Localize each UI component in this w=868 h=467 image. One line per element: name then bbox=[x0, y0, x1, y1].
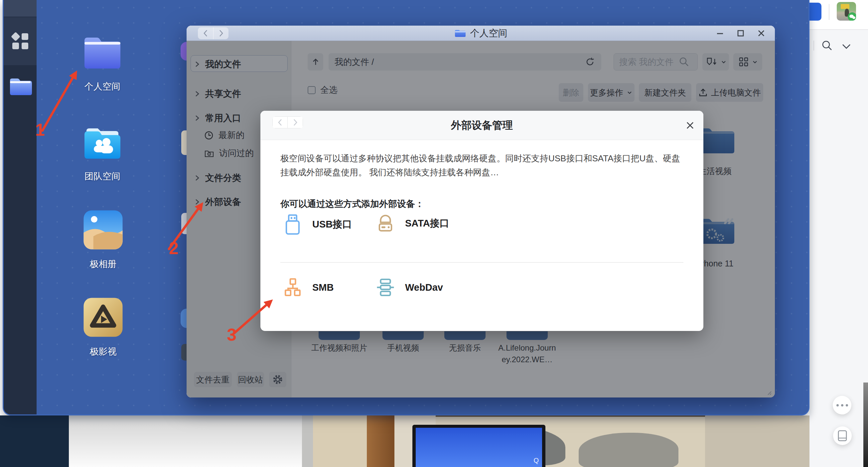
desktop-icon-personal-space[interactable] bbox=[82, 32, 123, 72]
usb-icon bbox=[283, 214, 302, 235]
external-device-modal: 外部设备管理 极空间设备可以通过多种协议把其他设备挂载成网络硬盘。同时还支持US… bbox=[260, 111, 703, 331]
desktop-icon-label[interactable]: 极相册 bbox=[70, 258, 136, 270]
wallpaper-beige bbox=[313, 415, 367, 467]
device-floating-button[interactable] bbox=[833, 427, 852, 445]
divider bbox=[829, 4, 830, 20]
close-icon[interactable] bbox=[685, 120, 695, 132]
desktop-icon-movies[interactable] bbox=[83, 297, 123, 339]
smb-icon bbox=[283, 278, 302, 297]
tv-screen: Q bbox=[412, 425, 546, 467]
maximize-icon[interactable] bbox=[736, 29, 745, 38]
desktop-icon-label[interactable]: 个人空间 bbox=[69, 81, 136, 92]
desktop-icon-label[interactable]: 极影视 bbox=[70, 346, 136, 357]
wallpaper-pillar bbox=[302, 415, 313, 467]
divider bbox=[813, 40, 814, 51]
wallpaper-fabric bbox=[0, 415, 69, 467]
phone-icon bbox=[837, 429, 848, 442]
modal-subtitle: 你可以通过这些方式添加外部设备： bbox=[280, 198, 424, 210]
hidden-desktop-icon bbox=[181, 42, 187, 61]
window-controls bbox=[716, 28, 766, 38]
option-label: WebDav bbox=[405, 282, 443, 293]
ellipsis-icon bbox=[836, 404, 848, 406]
dock-topbar bbox=[4, 0, 37, 17]
chevron-down-icon[interactable] bbox=[841, 42, 852, 52]
desktop-icon-label[interactable]: 团队空间 bbox=[69, 170, 136, 182]
step-number-3: 3 bbox=[227, 324, 237, 345]
desktop-icon-team-space[interactable] bbox=[82, 122, 123, 163]
wallpaper-wall bbox=[69, 415, 302, 467]
tv-logo: Q bbox=[533, 457, 539, 464]
wallpaper-wall-right bbox=[705, 415, 809, 467]
option-label: SATA接口 bbox=[405, 217, 449, 230]
wechat-badge-icon bbox=[848, 12, 856, 21]
hidden-desktop-icon bbox=[181, 344, 187, 361]
folder-icon bbox=[82, 32, 123, 71]
option-label: USB接口 bbox=[312, 218, 352, 231]
sata-icon bbox=[376, 214, 395, 233]
background-primary-button[interactable] bbox=[809, 3, 822, 21]
app-launcher-icon[interactable] bbox=[10, 31, 31, 53]
desktop-icon-photos[interactable] bbox=[83, 210, 123, 251]
step-number-1: 1 bbox=[35, 120, 45, 140]
option-webdav[interactable]: WebDav bbox=[376, 278, 443, 297]
file-manager-window: 个人空间 我的文件 共享文件 常用入口 最新的 访问过的 bbox=[187, 26, 775, 398]
window-title: 个人空间 bbox=[470, 27, 507, 39]
option-smb[interactable]: SMB bbox=[283, 278, 334, 297]
avatar[interactable] bbox=[837, 2, 856, 21]
team-folder-icon bbox=[82, 122, 123, 162]
folder-icon bbox=[454, 29, 466, 38]
avatar-photo-sign bbox=[841, 4, 849, 9]
hidden-desktop-icon bbox=[181, 309, 187, 328]
search-icon[interactable] bbox=[821, 39, 833, 53]
wallpaper-wood-frame bbox=[367, 415, 395, 467]
minimize-icon[interactable] bbox=[716, 29, 724, 38]
dock-files-icon[interactable] bbox=[9, 76, 32, 96]
hidden-desktop-icon bbox=[181, 130, 187, 155]
divider bbox=[280, 262, 683, 263]
photos-icon bbox=[83, 210, 123, 250]
option-usb[interactable]: USB接口 bbox=[283, 214, 352, 235]
step-number-2: 2 bbox=[169, 238, 179, 258]
movies-icon bbox=[83, 297, 123, 338]
screen: Q 个人空间 团队空间 极相册 极影视 个 bbox=[0, 0, 868, 467]
more-floating-button[interactable] bbox=[833, 396, 851, 414]
modal-description: 极空间设备可以通过多种协议把其他设备挂载成网络硬盘。同时还支持USB接口和SAT… bbox=[280, 151, 684, 179]
modal-title: 外部设备管理 bbox=[260, 111, 703, 140]
option-sata[interactable]: SATA接口 bbox=[376, 214, 449, 233]
window-title-area: 个人空间 bbox=[187, 26, 775, 41]
webdav-icon bbox=[376, 278, 395, 297]
option-label: SMB bbox=[312, 282, 334, 293]
close-icon[interactable] bbox=[757, 29, 766, 38]
screen-edge bbox=[863, 382, 868, 467]
